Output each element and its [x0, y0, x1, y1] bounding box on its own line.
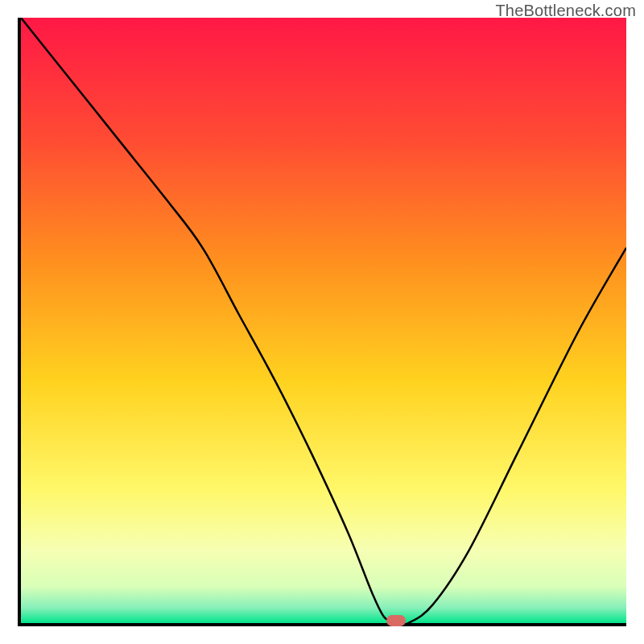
svg-rect-0: [21, 18, 626, 623]
chart-min-marker: [386, 615, 406, 626]
chart-gradient-bg: [21, 18, 626, 623]
chart-plot-area: [18, 18, 626, 626]
